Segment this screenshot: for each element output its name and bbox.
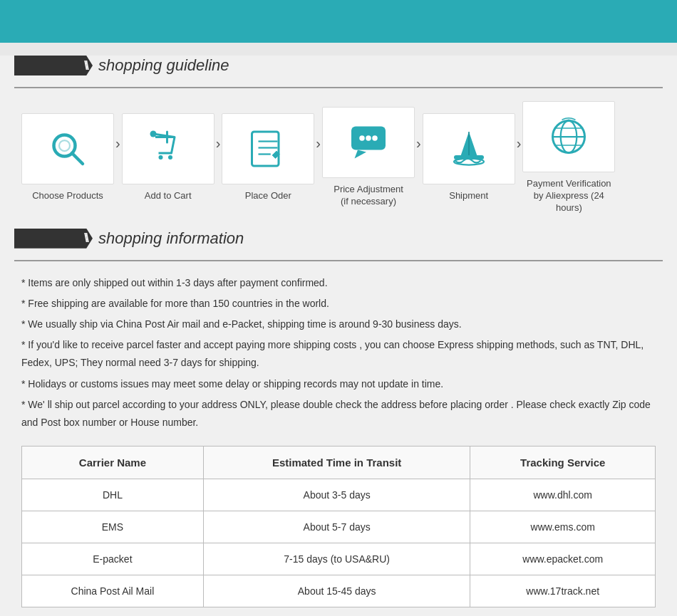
information-header: shopping information [14,229,663,249]
chat-icon [347,121,390,164]
svg-point-5 [158,155,162,160]
arrow-1: › [115,135,120,152]
svg-marker-14 [355,150,367,159]
cell-carrier: DHL [22,479,204,511]
step-choose-products: Choose Products [21,113,114,202]
step-icon-shipment [423,113,515,184]
arrow-2: › [216,135,221,152]
step-icon-choose-products [21,113,114,184]
table-row: China Post Ail MailAbout 15-45 dayswww.1… [22,575,656,607]
step-shipment: Shipment [423,113,515,202]
cell-tracking: www.ems.com [470,511,656,543]
search-icon [46,127,89,170]
info-line-5: * Holidays or customs issues may meet so… [21,375,656,393]
guideline-title: shopping guideline [98,56,229,75]
step-label-shipment: Shipment [449,190,488,202]
steps-flow: Choose Products › Add to Cart › [14,101,663,214]
guideline-header: shopping guideline [14,56,663,75]
step-icon-payment-verification [522,101,615,172]
svg-line-1 [72,153,83,164]
order-icon [247,127,289,170]
step-label-price-adjustment: Price Adjustment(if necessary) [334,184,403,208]
information-divider [14,260,663,261]
step-icon-add-to-cart [122,113,215,184]
svg-point-2 [59,140,70,151]
svg-rect-9 [252,132,279,166]
top-banner [0,0,677,43]
cell-tracking: www.epacket.com [470,543,656,575]
step-payment-verification: Payment Verificationby Aliexpress (24 ho… [522,101,615,214]
cell-time: About 5-7 days [203,511,470,543]
info-list: * Items are only shipped out within 1-3 … [14,274,663,432]
information-title: shopping information [98,229,244,248]
step-icon-place-order [222,113,314,184]
step-label-place-order: Place Oder [245,190,291,202]
cell-time: 7-15 days (to USA&RU) [203,543,470,575]
arrow-3: › [316,135,321,152]
cell-tracking: www.17track.net [470,575,656,607]
content-area: shopping guideline Choose Products › [0,56,677,616]
cell-tracking: www.dhl.com [470,479,656,511]
svg-point-15 [359,136,365,142]
guideline-divider [14,87,663,88]
col-header-tracking: Tracking Service [470,447,656,479]
info-line-3: * We usually ship via China Post Air mai… [21,315,656,333]
cell-time: About 15-45 days [203,575,470,607]
info-header-bar-decoration [14,229,93,249]
globe-icon [547,115,590,158]
cell-carrier: China Post Ail Mail [22,575,204,607]
arrow-4: › [416,135,421,152]
cell-carrier: E-packet [22,543,204,575]
shipping-table: Carrier Name Estimated Time in Transit T… [21,446,656,607]
header-bar-decoration [14,56,93,75]
step-add-to-cart: Add to Cart [122,113,215,202]
step-label-add-to-cart: Add to Cart [145,190,192,202]
cell-time: About 3-5 days [203,479,470,511]
svg-point-17 [372,136,378,142]
col-header-time: Estimated Time in Transit [203,447,470,479]
table-header-row: Carrier Name Estimated Time in Transit T… [22,447,656,479]
step-label-choose-products: Choose Products [32,190,103,202]
svg-point-16 [366,136,371,142]
step-icon-price-adjustment [322,107,415,178]
info-line-2: * Free shipping are available for more t… [21,295,656,313]
info-line-6: * We' ll ship out parcel according to yo… [21,396,656,432]
shipping-table-wrapper: Carrier Name Estimated Time in Transit T… [21,446,656,607]
table-row: DHLAbout 3-5 dayswww.dhl.com [22,479,656,511]
info-line-1: * Items are only shipped out within 1-3 … [21,274,656,292]
cell-carrier: EMS [22,511,204,543]
step-label-payment-verification: Payment Verificationby Aliexpress (24 ho… [522,178,615,214]
table-row: E-packet7-15 days (to USA&RU)www.epacket… [22,543,656,575]
info-line-4: * If you'd like to receive parcel faster… [21,336,656,372]
table-row: EMSAbout 5-7 dayswww.ems.com [22,511,656,543]
step-price-adjustment: Price Adjustment(if necessary) [322,107,415,208]
svg-point-6 [168,155,172,160]
cart-icon [147,127,190,170]
arrow-5: › [517,135,522,152]
col-header-carrier: Carrier Name [22,447,204,479]
step-place-order: Place Oder [222,113,314,202]
ship-icon [448,127,490,170]
